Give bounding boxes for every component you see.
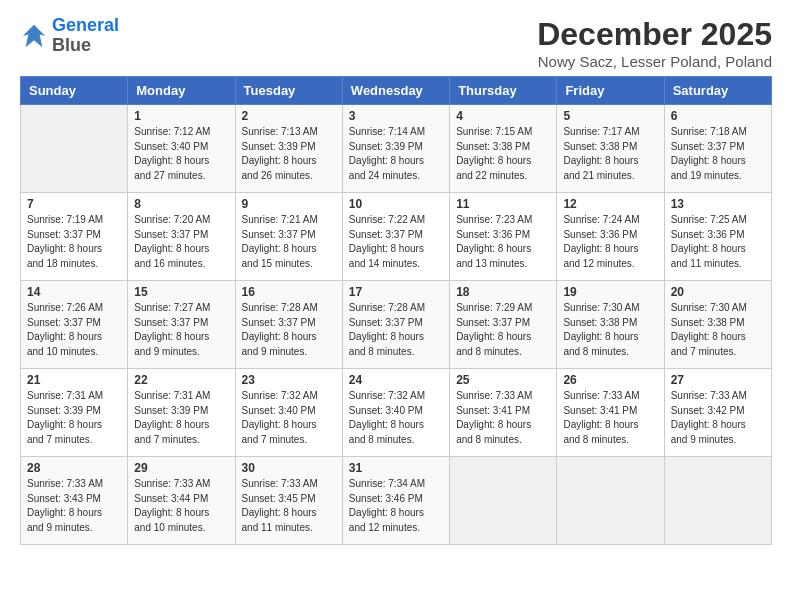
day-number: 6 <box>671 109 765 123</box>
day-number: 27 <box>671 373 765 387</box>
page-header: GeneralBlue December 2025 Nowy Sacz, Les… <box>20 16 772 70</box>
day-info: Sunrise: 7:32 AMSunset: 3:40 PMDaylight:… <box>349 389 443 447</box>
day-info: Sunrise: 7:21 AMSunset: 3:37 PMDaylight:… <box>242 213 336 271</box>
day-number: 16 <box>242 285 336 299</box>
calendar-cell: 26Sunrise: 7:33 AMSunset: 3:41 PMDayligh… <box>557 369 664 457</box>
calendar-week-row: 28Sunrise: 7:33 AMSunset: 3:43 PMDayligh… <box>21 457 772 545</box>
calendar-cell: 27Sunrise: 7:33 AMSunset: 3:42 PMDayligh… <box>664 369 771 457</box>
svg-marker-0 <box>23 25 45 47</box>
calendar-cell: 20Sunrise: 7:30 AMSunset: 3:38 PMDayligh… <box>664 281 771 369</box>
calendar-cell: 31Sunrise: 7:34 AMSunset: 3:46 PMDayligh… <box>342 457 449 545</box>
calendar-week-row: 1Sunrise: 7:12 AMSunset: 3:40 PMDaylight… <box>21 105 772 193</box>
day-number: 30 <box>242 461 336 475</box>
day-number: 10 <box>349 197 443 211</box>
day-info: Sunrise: 7:28 AMSunset: 3:37 PMDaylight:… <box>349 301 443 359</box>
calendar-cell: 24Sunrise: 7:32 AMSunset: 3:40 PMDayligh… <box>342 369 449 457</box>
page-title: December 2025 <box>537 16 772 53</box>
day-number: 20 <box>671 285 765 299</box>
day-info: Sunrise: 7:19 AMSunset: 3:37 PMDaylight:… <box>27 213 121 271</box>
day-info: Sunrise: 7:24 AMSunset: 3:36 PMDaylight:… <box>563 213 657 271</box>
header-wednesday: Wednesday <box>342 77 449 105</box>
calendar-cell: 22Sunrise: 7:31 AMSunset: 3:39 PMDayligh… <box>128 369 235 457</box>
day-number: 13 <box>671 197 765 211</box>
day-info: Sunrise: 7:27 AMSunset: 3:37 PMDaylight:… <box>134 301 228 359</box>
day-info: Sunrise: 7:12 AMSunset: 3:40 PMDaylight:… <box>134 125 228 183</box>
day-number: 29 <box>134 461 228 475</box>
day-info: Sunrise: 7:28 AMSunset: 3:37 PMDaylight:… <box>242 301 336 359</box>
calendar-cell: 17Sunrise: 7:28 AMSunset: 3:37 PMDayligh… <box>342 281 449 369</box>
day-number: 14 <box>27 285 121 299</box>
day-number: 8 <box>134 197 228 211</box>
calendar-cell: 6Sunrise: 7:18 AMSunset: 3:37 PMDaylight… <box>664 105 771 193</box>
calendar-cell <box>21 105 128 193</box>
calendar-cell: 19Sunrise: 7:30 AMSunset: 3:38 PMDayligh… <box>557 281 664 369</box>
day-info: Sunrise: 7:22 AMSunset: 3:37 PMDaylight:… <box>349 213 443 271</box>
header-thursday: Thursday <box>450 77 557 105</box>
day-number: 24 <box>349 373 443 387</box>
day-number: 18 <box>456 285 550 299</box>
day-number: 2 <box>242 109 336 123</box>
day-info: Sunrise: 7:33 AMSunset: 3:41 PMDaylight:… <box>456 389 550 447</box>
day-number: 7 <box>27 197 121 211</box>
day-info: Sunrise: 7:31 AMSunset: 3:39 PMDaylight:… <box>27 389 121 447</box>
day-info: Sunrise: 7:13 AMSunset: 3:39 PMDaylight:… <box>242 125 336 183</box>
logo-text: GeneralBlue <box>52 16 119 56</box>
calendar-cell: 5Sunrise: 7:17 AMSunset: 3:38 PMDaylight… <box>557 105 664 193</box>
header-monday: Monday <box>128 77 235 105</box>
header-saturday: Saturday <box>664 77 771 105</box>
day-number: 23 <box>242 373 336 387</box>
calendar-cell: 29Sunrise: 7:33 AMSunset: 3:44 PMDayligh… <box>128 457 235 545</box>
day-info: Sunrise: 7:14 AMSunset: 3:39 PMDaylight:… <box>349 125 443 183</box>
calendar-cell: 3Sunrise: 7:14 AMSunset: 3:39 PMDaylight… <box>342 105 449 193</box>
day-info: Sunrise: 7:31 AMSunset: 3:39 PMDaylight:… <box>134 389 228 447</box>
header-friday: Friday <box>557 77 664 105</box>
day-number: 15 <box>134 285 228 299</box>
header-sunday: Sunday <box>21 77 128 105</box>
calendar-cell <box>664 457 771 545</box>
day-info: Sunrise: 7:32 AMSunset: 3:40 PMDaylight:… <box>242 389 336 447</box>
calendar-table: SundayMondayTuesdayWednesdayThursdayFrid… <box>20 76 772 545</box>
logo: GeneralBlue <box>20 16 119 56</box>
calendar-cell: 8Sunrise: 7:20 AMSunset: 3:37 PMDaylight… <box>128 193 235 281</box>
day-number: 12 <box>563 197 657 211</box>
calendar-cell: 23Sunrise: 7:32 AMSunset: 3:40 PMDayligh… <box>235 369 342 457</box>
day-number: 21 <box>27 373 121 387</box>
calendar-cell: 18Sunrise: 7:29 AMSunset: 3:37 PMDayligh… <box>450 281 557 369</box>
day-number: 9 <box>242 197 336 211</box>
day-info: Sunrise: 7:33 AMSunset: 3:42 PMDaylight:… <box>671 389 765 447</box>
calendar-cell: 11Sunrise: 7:23 AMSunset: 3:36 PMDayligh… <box>450 193 557 281</box>
day-number: 19 <box>563 285 657 299</box>
calendar-week-row: 7Sunrise: 7:19 AMSunset: 3:37 PMDaylight… <box>21 193 772 281</box>
day-info: Sunrise: 7:23 AMSunset: 3:36 PMDaylight:… <box>456 213 550 271</box>
day-number: 25 <box>456 373 550 387</box>
day-number: 31 <box>349 461 443 475</box>
day-info: Sunrise: 7:18 AMSunset: 3:37 PMDaylight:… <box>671 125 765 183</box>
calendar-week-row: 21Sunrise: 7:31 AMSunset: 3:39 PMDayligh… <box>21 369 772 457</box>
calendar-cell: 13Sunrise: 7:25 AMSunset: 3:36 PMDayligh… <box>664 193 771 281</box>
day-info: Sunrise: 7:29 AMSunset: 3:37 PMDaylight:… <box>456 301 550 359</box>
calendar-cell: 28Sunrise: 7:33 AMSunset: 3:43 PMDayligh… <box>21 457 128 545</box>
day-info: Sunrise: 7:34 AMSunset: 3:46 PMDaylight:… <box>349 477 443 535</box>
calendar-cell: 2Sunrise: 7:13 AMSunset: 3:39 PMDaylight… <box>235 105 342 193</box>
logo-icon <box>20 22 48 50</box>
calendar-cell: 1Sunrise: 7:12 AMSunset: 3:40 PMDaylight… <box>128 105 235 193</box>
calendar-cell: 14Sunrise: 7:26 AMSunset: 3:37 PMDayligh… <box>21 281 128 369</box>
day-info: Sunrise: 7:30 AMSunset: 3:38 PMDaylight:… <box>563 301 657 359</box>
calendar-cell: 4Sunrise: 7:15 AMSunset: 3:38 PMDaylight… <box>450 105 557 193</box>
day-info: Sunrise: 7:25 AMSunset: 3:36 PMDaylight:… <box>671 213 765 271</box>
calendar-cell: 7Sunrise: 7:19 AMSunset: 3:37 PMDaylight… <box>21 193 128 281</box>
day-number: 22 <box>134 373 228 387</box>
day-info: Sunrise: 7:17 AMSunset: 3:38 PMDaylight:… <box>563 125 657 183</box>
calendar-cell: 16Sunrise: 7:28 AMSunset: 3:37 PMDayligh… <box>235 281 342 369</box>
calendar-cell: 25Sunrise: 7:33 AMSunset: 3:41 PMDayligh… <box>450 369 557 457</box>
page-subtitle: Nowy Sacz, Lesser Poland, Poland <box>537 53 772 70</box>
calendar-cell <box>557 457 664 545</box>
day-number: 4 <box>456 109 550 123</box>
day-number: 28 <box>27 461 121 475</box>
calendar-cell: 10Sunrise: 7:22 AMSunset: 3:37 PMDayligh… <box>342 193 449 281</box>
day-info: Sunrise: 7:15 AMSunset: 3:38 PMDaylight:… <box>456 125 550 183</box>
day-info: Sunrise: 7:26 AMSunset: 3:37 PMDaylight:… <box>27 301 121 359</box>
day-info: Sunrise: 7:30 AMSunset: 3:38 PMDaylight:… <box>671 301 765 359</box>
calendar-week-row: 14Sunrise: 7:26 AMSunset: 3:37 PMDayligh… <box>21 281 772 369</box>
day-info: Sunrise: 7:33 AMSunset: 3:41 PMDaylight:… <box>563 389 657 447</box>
